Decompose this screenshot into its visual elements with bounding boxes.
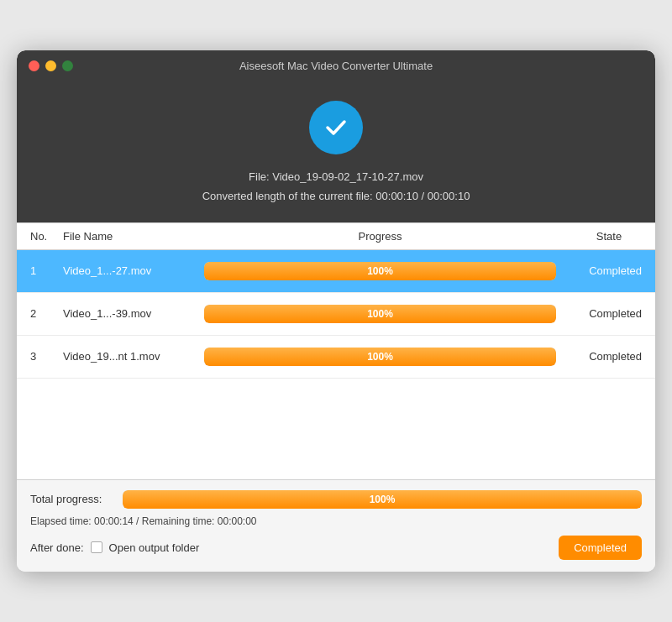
completion-icon	[309, 101, 363, 154]
row-no: 3	[17, 350, 63, 363]
progress-label: 100%	[367, 265, 393, 277]
col-progress: Progress	[197, 230, 563, 243]
total-progress-row: Total progress: 100%	[30, 490, 642, 509]
progress-label: 100%	[367, 308, 393, 320]
row-filename: Video_19...nt 1.mov	[63, 350, 197, 363]
row-state: Completed	[563, 350, 655, 363]
minimize-button[interactable]	[45, 60, 56, 71]
progress-fill: 100%	[204, 305, 556, 323]
file-label: File: Video_19-09-02_17-10-27.mov	[202, 168, 470, 186]
after-done-label: After done:	[30, 541, 84, 554]
table-row[interactable]: 1 Video_1...-27.mov 100% Completed	[17, 250, 655, 293]
open-output-checkbox[interactable]	[91, 541, 102, 553]
row-progress: 100%	[197, 305, 563, 323]
maximize-button[interactable]	[62, 60, 73, 71]
row-filename: Video_1...-27.mov	[63, 264, 197, 277]
progress-track: 100%	[204, 262, 556, 280]
hero-section: File: Video_19-09-02_17-10-27.mov Conver…	[17, 81, 655, 222]
footer-section: Total progress: 100% Elapsed time: 00:00…	[17, 479, 655, 572]
total-progress-track: 100%	[123, 490, 642, 509]
window-title: Aiseesoft Mac Video Converter Ultimate	[239, 60, 433, 72]
completed-button[interactable]: Completed	[559, 536, 642, 560]
checkmark-icon	[321, 112, 351, 143]
col-filename: File Name	[63, 230, 197, 243]
converted-length: Converted length of the current file: 00…	[202, 187, 470, 206]
col-no: No.	[17, 230, 63, 243]
table-section: No. File Name Progress State 1 Video_1..…	[17, 222, 655, 479]
open-output-label: Open output folder	[109, 541, 200, 554]
file-info: File: Video_19-09-02_17-10-27.mov Conver…	[202, 168, 470, 205]
elapsed-row: Elapsed time: 00:00:14 / Remaining time:…	[30, 515, 642, 527]
titlebar: Aiseesoft Mac Video Converter Ultimate	[17, 50, 655, 81]
after-done-left: After done: Open output folder	[30, 541, 199, 554]
progress-label: 100%	[367, 351, 393, 363]
close-button[interactable]	[29, 60, 39, 71]
table-row[interactable]: 2 Video_1...-39.mov 100% Completed	[17, 293, 655, 336]
progress-track: 100%	[204, 305, 556, 323]
total-progress-label: Total progress:	[30, 493, 114, 505]
after-done-row: After done: Open output folder Completed	[30, 536, 642, 560]
table-row[interactable]: 3 Video_19...nt 1.mov 100% Completed	[17, 336, 655, 379]
row-progress: 100%	[197, 348, 563, 366]
table-header: No. File Name Progress State	[17, 222, 655, 250]
progress-fill: 100%	[204, 348, 556, 366]
app-window: Aiseesoft Mac Video Converter Ultimate F…	[17, 50, 655, 571]
progress-fill: 100%	[204, 262, 556, 280]
total-progress-display: 100%	[370, 494, 396, 505]
row-no: 1	[17, 264, 63, 277]
traffic-lights	[29, 60, 73, 71]
row-progress: 100%	[197, 262, 563, 280]
empty-space	[17, 379, 655, 479]
row-state: Completed	[563, 264, 655, 277]
total-progress-fill: 100%	[123, 490, 642, 509]
row-state: Completed	[563, 307, 655, 320]
row-no: 2	[17, 307, 63, 320]
col-state: State	[563, 230, 655, 243]
row-filename: Video_1...-39.mov	[63, 307, 197, 320]
progress-track: 100%	[204, 348, 556, 366]
